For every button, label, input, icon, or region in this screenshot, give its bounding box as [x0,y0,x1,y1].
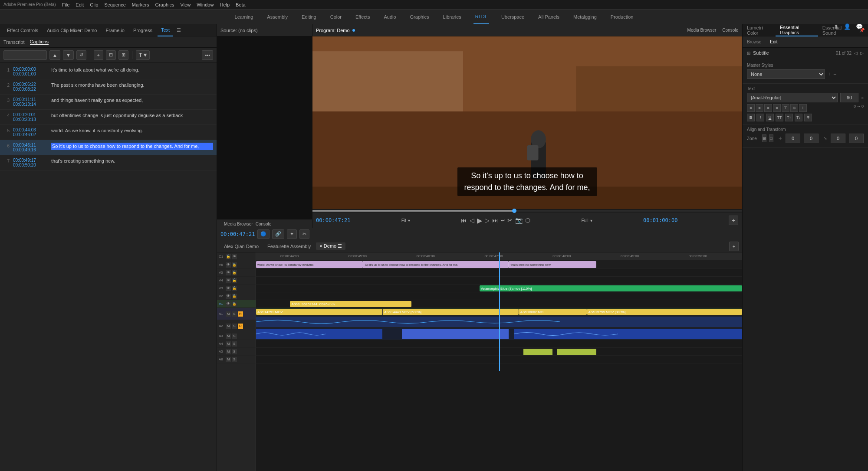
console-tab-header[interactable]: Console [722,28,738,33]
trim-btn[interactable]: ✂ [507,217,513,224]
caption-end-7[interactable]: 00:00:50:20 [13,163,48,167]
caption-text-4[interactable]: but oftentimes change is just opportunit… [51,112,213,119]
subtitle-prev-btn[interactable]: ◁ [854,51,858,56]
program-timecode[interactable]: 00:00:47:21 [316,217,350,223]
caption-add-btn[interactable]: + [94,50,103,60]
tl-add-mark-btn[interactable]: ✦ [287,229,297,239]
v2-clip[interactable]: A003_S6262144_C045.mov [290,301,411,307]
tl-expand-btn[interactable]: + [729,242,739,251]
caption-up-btn[interactable]: ▲ [49,50,60,60]
menu-help[interactable]: Help [220,2,230,7]
caption-clip-3[interactable]: that's creating something new. [509,261,596,268]
a4-clip-small[interactable] [523,349,552,355]
caption-item-6[interactable]: 6 00:00:46:11 00:00:49:16 So it's up to … [0,140,217,155]
caption-search-input[interactable] [3,50,47,60]
loop-btn[interactable]: ↩ [501,218,505,223]
tab-progress[interactable]: Progress [130,24,156,36]
scale-x-input[interactable] [831,134,845,143]
eg-browse-tab[interactable]: Browse [743,39,766,45]
caption-text-style-btn[interactable]: T ▾ [136,50,150,60]
a1-audio-clip[interactable] [256,317,742,327]
media-browser-tab-header[interactable]: Media Browser [687,28,717,33]
fit-dropdown-icon[interactable]: ▾ [408,218,410,223]
v5-lock-btn[interactable]: 🔒 [232,270,237,275]
caption-refresh-btn[interactable]: ↺ [76,50,86,60]
caption-text-3[interactable]: and things haven't really gone as expect… [51,97,213,104]
caption-start-5[interactable]: 00:00:44:03 [13,128,48,132]
subscript-btn[interactable]: T↓ [795,114,802,121]
y-pos-input[interactable] [804,134,819,143]
tl-timecode[interactable]: 00:00:47:21 [220,231,255,237]
prev-frame-btn[interactable]: ◁ [470,217,474,224]
tl-snap-btn[interactable]: 🔵 [257,229,270,239]
underline-btn[interactable]: U [766,114,774,121]
a4-mute-btn[interactable]: M [226,341,231,347]
v1-clip-b[interactable]: ASS14443.MOV [500%] [382,309,519,315]
v5-visible-btn[interactable]: 👁 [226,270,231,275]
nav-production[interactable]: Production [609,10,635,24]
nav-color[interactable]: Color [329,10,343,24]
caption-text-7[interactable]: that's creating something new. [51,158,213,164]
strikethrough-btn[interactable]: T [804,114,812,121]
caption-start-1[interactable]: 00:00:00:00 [13,67,48,72]
caption-split-btn[interactable]: ⊟ [106,50,116,60]
a2-rec-btn[interactable]: R [238,324,243,329]
media-browser-tab[interactable]: Media Browser [224,222,253,226]
caption-end-6[interactable]: 00:00:49:16 [13,147,48,152]
tab-frameio[interactable]: Frame.io [102,24,128,36]
tl-tab-alex[interactable]: Alex Qian Demo [220,243,262,250]
a2-mute-btn[interactable]: M [226,324,231,329]
nav-learning[interactable]: Learning [233,10,255,24]
caption-end-5[interactable]: 00:00:46:02 [13,132,48,137]
v1-lock-btn[interactable]: 🔒 [232,301,237,307]
nav-uberspace[interactable]: Uberspace [500,10,526,24]
a5-mute-btn[interactable]: M [226,349,231,354]
nav-rldl[interactable]: RLDL [473,10,489,24]
caption-end-2[interactable]: 00:00:08:22 [13,87,48,92]
tab-audio-clip-mixer[interactable]: Audio Clip Mixer: Demo [43,24,101,36]
nav-editing[interactable]: Editing [300,10,318,24]
timebar[interactable] [312,209,742,213]
v2-lock-btn[interactable]: 🔒 [232,294,237,299]
quality-label[interactable]: Full [582,218,589,223]
a6-mute-btn[interactable]: M [226,357,231,362]
zone-grid-btn[interactable]: ⊞ [762,134,766,142]
master-styles-add-btn[interactable]: + [828,71,831,77]
nav-assembly[interactable]: Assembly [265,10,289,24]
tl-tools-btn[interactable]: ✂ [299,229,309,239]
v3-visible-btn[interactable]: 👁 [226,286,231,291]
text-tab-settings-icon[interactable]: ☰ [177,27,181,33]
a3-solo-btn[interactable]: S [232,334,237,339]
a3-mute-btn[interactable]: M [226,334,231,339]
menu-file[interactable]: File [62,2,70,7]
caption-down-btn[interactable]: ▼ [63,50,74,60]
font-dropdown[interactable]: [Arial-Regular] [747,93,838,102]
step-back-btn[interactable]: ⏮ [461,217,467,224]
caption-track-lock-btn[interactable]: 🔒 [226,254,231,259]
user-icon[interactable]: 👤 [844,23,851,30]
caption-text-5[interactable]: world. As we know, it is constantly evol… [51,128,213,134]
align-left-btn[interactable]: ≡ [747,104,755,112]
menu-beta[interactable]: Beta [236,2,246,7]
tab-effect-controls[interactable]: Effect Controls [3,24,42,36]
tab-text[interactable]: Text [158,24,173,36]
quality-dropdown-icon[interactable]: ▾ [590,218,592,223]
subtitle-next-btn[interactable]: ▷ [860,51,864,56]
a4-clip-small-2[interactable] [557,349,596,355]
caption-text-6[interactable]: So it's up to us to choose how to respon… [51,143,213,150]
v1-visible-btn[interactable]: 👁 [226,301,231,307]
console-tab[interactable]: Console [256,222,272,226]
caption-end-1[interactable]: 00:00:01:00 [13,72,48,76]
menu-sequence[interactable]: Sequence [104,2,126,7]
a1-mute-btn[interactable]: M [226,311,231,317]
tl-tab-featurette[interactable]: Featurette Assembly [264,243,314,250]
align-center-btn[interactable]: ≡ [756,104,763,112]
italic-btn[interactable]: I [756,114,764,121]
bold-btn[interactable]: B [747,114,755,121]
caption-more-btn[interactable]: ••• [202,50,213,60]
caption-end-3[interactable]: 00:00:13:14 [13,102,48,107]
eg-edit-tab[interactable]: Edit [766,39,782,45]
caption-start-7[interactable]: 00:00:49:17 [13,158,48,163]
menu-graphics[interactable]: Graphics [155,2,174,7]
caption-clip-2[interactable]: So it's up to us to choose how to respon… [363,261,509,268]
